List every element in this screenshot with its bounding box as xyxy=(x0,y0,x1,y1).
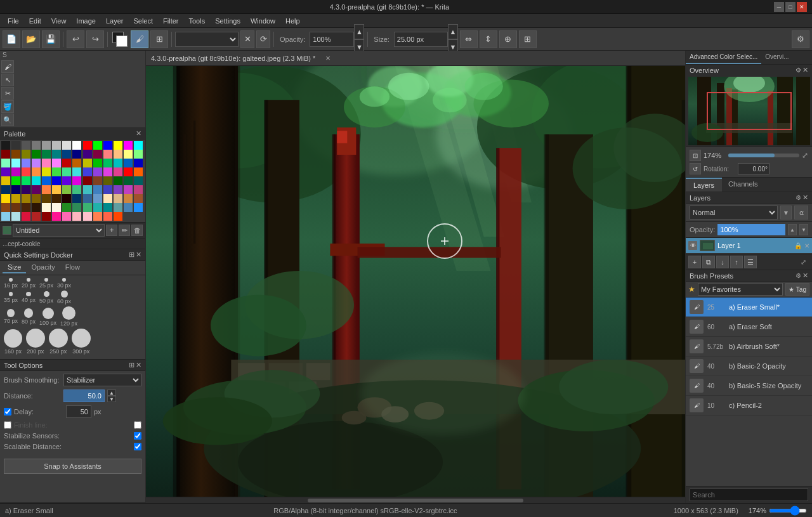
palette-color-cell[interactable] xyxy=(32,176,41,185)
palette-color-cell[interactable] xyxy=(72,194,81,203)
palette-color-cell[interactable] xyxy=(103,176,112,185)
palette-color-cell[interactable] xyxy=(93,176,102,185)
layers-close[interactable]: ✕ xyxy=(802,193,808,202)
brush-preset-item[interactable]: 🖌40b) Basic-2 Opacity xyxy=(686,357,812,376)
scalable-distance-checkbox[interactable] xyxy=(134,443,141,450)
palette-color-cell[interactable] xyxy=(52,203,61,212)
layer-down-btn[interactable]: ↓ xyxy=(716,256,729,268)
palette-color-cell[interactable] xyxy=(124,176,133,185)
delay-input[interactable] xyxy=(66,405,91,418)
brush-size-circle[interactable] xyxy=(4,329,22,348)
palette-color-cell[interactable] xyxy=(103,194,112,203)
fill-tool[interactable]: 🪣 xyxy=(1,100,14,113)
opacity-down[interactable]: ▼ xyxy=(799,224,808,235)
palette-color-cell[interactable] xyxy=(72,141,81,150)
palette-color-cell[interactable] xyxy=(114,167,122,176)
menu-image[interactable]: Image xyxy=(71,16,101,26)
tab-channels[interactable]: Channels xyxy=(722,178,764,192)
menu-select[interactable]: Select xyxy=(128,16,158,26)
palette-color-cell[interactable] xyxy=(93,212,102,221)
palette-color-cell[interactable] xyxy=(11,167,20,176)
distance-down[interactable]: ▼ xyxy=(107,396,116,402)
palette-color-cell[interactable] xyxy=(124,150,133,159)
palette-color-cell[interactable] xyxy=(134,167,143,176)
palette-color-cell[interactable] xyxy=(22,150,30,159)
palette-color-cell[interactable] xyxy=(1,194,10,203)
palette-color-cell[interactable] xyxy=(72,150,81,159)
zoom-tool[interactable]: 🔍 xyxy=(1,114,14,126)
palette-color-cell[interactable] xyxy=(134,185,143,194)
palette-color-cell[interactable] xyxy=(1,159,10,167)
palette-color-cell[interactable] xyxy=(103,141,112,150)
brush-size-circle[interactable] xyxy=(43,308,54,319)
layer-name-select[interactable]: Untitled xyxy=(13,224,105,237)
tab-flow[interactable]: Flow xyxy=(60,262,85,273)
palette-color-cell[interactable] xyxy=(93,167,102,176)
palette-color-cell[interactable] xyxy=(93,194,102,203)
palette-color-cell[interactable] xyxy=(114,159,122,167)
palette-color-cell[interactable] xyxy=(134,141,143,150)
brush-preset-select[interactable]: Erase xyxy=(175,32,239,47)
layer-lock[interactable]: 🔒 xyxy=(794,242,802,249)
palette-color-cell[interactable] xyxy=(83,159,92,167)
menu-file[interactable]: File xyxy=(3,16,24,26)
zoom-reset[interactable]: ⊡ xyxy=(690,150,701,161)
size-input[interactable] xyxy=(394,32,448,47)
close-button[interactable]: ✕ xyxy=(797,2,807,12)
palette-color-cell[interactable] xyxy=(42,150,51,159)
palette-color-cell[interactable] xyxy=(62,176,71,185)
palette-color-cell[interactable] xyxy=(42,185,51,194)
brush-size-circle[interactable] xyxy=(7,309,15,317)
palette-color-cell[interactable] xyxy=(83,167,92,176)
tab-size[interactable]: Size xyxy=(3,262,26,273)
distance-input[interactable] xyxy=(63,389,105,402)
opacity-input[interactable] xyxy=(310,32,354,47)
menu-settings[interactable]: Settings xyxy=(210,16,246,26)
palette-color-cell[interactable] xyxy=(62,150,71,159)
palette-color-cell[interactable] xyxy=(32,167,41,176)
palette-color-cell[interactable] xyxy=(114,150,122,159)
background-color[interactable] xyxy=(116,36,128,47)
palette-color-cell[interactable] xyxy=(114,185,122,194)
palette-color-cell[interactable] xyxy=(42,176,51,185)
palette-color-cell[interactable] xyxy=(22,167,30,176)
palette-color-cell[interactable] xyxy=(1,212,10,221)
palette-color-cell[interactable] xyxy=(11,194,20,203)
maximize-button[interactable]: □ xyxy=(785,2,796,12)
palette-color-cell[interactable] xyxy=(103,150,112,159)
new-button[interactable]: 📄 xyxy=(3,30,20,48)
palette-color-cell[interactable] xyxy=(52,141,61,150)
qs-float[interactable]: ⊞ xyxy=(129,251,134,259)
brush-size-circle[interactable] xyxy=(62,306,76,320)
tab-adv-color[interactable]: Advanced Color Selec... xyxy=(686,51,761,64)
palette-color-cell[interactable] xyxy=(1,141,10,150)
delay-checkbox[interactable] xyxy=(4,408,11,416)
palette-color-cell[interactable] xyxy=(134,176,143,185)
palette-color-cell[interactable] xyxy=(1,176,10,185)
palette-color-cell[interactable] xyxy=(124,194,133,203)
palette-color-cell[interactable] xyxy=(22,194,30,203)
palette-color-cell[interactable] xyxy=(93,185,102,194)
palette-color-cell[interactable] xyxy=(72,203,81,212)
palette-color-cell[interactable] xyxy=(103,159,112,167)
to-close[interactable]: ✕ xyxy=(136,361,141,369)
brush-size-circle[interactable] xyxy=(9,292,13,296)
select-tool[interactable]: ↖ xyxy=(1,74,14,86)
palette-color-cell[interactable] xyxy=(134,150,143,159)
palette-color-cell[interactable] xyxy=(52,176,61,185)
finish-line-checkbox[interactable] xyxy=(4,421,11,429)
palette-color-cell[interactable] xyxy=(62,141,71,150)
tab-overview[interactable]: Overvi... xyxy=(761,51,792,64)
palette-color-cell[interactable] xyxy=(103,167,112,176)
palette-color-cell[interactable] xyxy=(42,212,51,221)
save-button[interactable]: 💾 xyxy=(42,30,60,48)
snap-assistants-button[interactable]: Snap to Assistants xyxy=(4,459,141,474)
layer-up-btn[interactable]: ↑ xyxy=(730,256,743,268)
tab-opacity[interactable]: Opacity xyxy=(26,262,60,273)
brush-preset-item[interactable]: 🖌40b) Basic-5 Size Opacity xyxy=(686,376,812,396)
palette-color-cell[interactable] xyxy=(83,212,92,221)
brush-smoothing-select[interactable]: Stabilizer xyxy=(63,374,141,386)
add-layer-btn2[interactable]: + xyxy=(688,256,701,268)
palette-color-cell[interactable] xyxy=(72,212,81,221)
brush-size-circle[interactable] xyxy=(44,278,48,282)
